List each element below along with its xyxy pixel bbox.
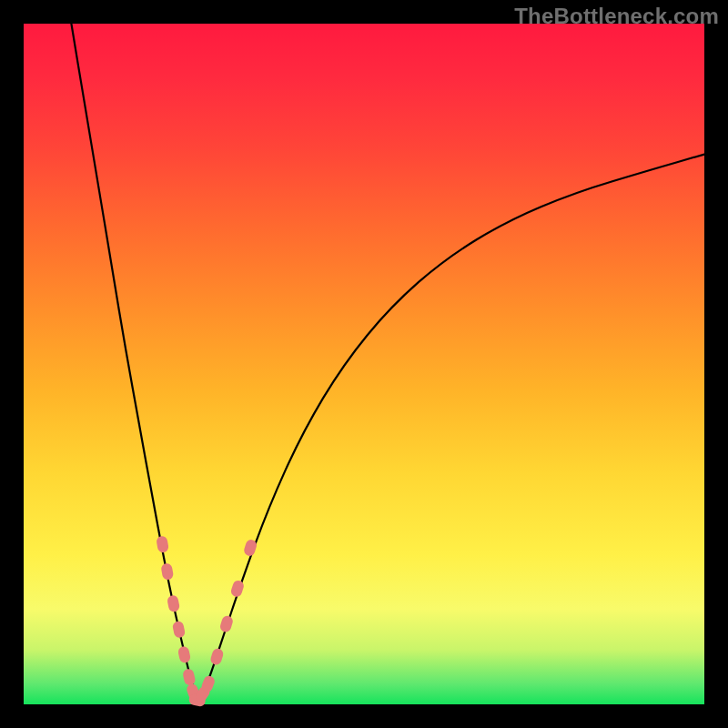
marker-pill (156, 535, 169, 553)
marker-group (156, 535, 258, 707)
marker-pill (177, 645, 192, 663)
curve-right-branch (197, 155, 704, 702)
marker-pill (160, 562, 174, 581)
marker-pill (172, 621, 186, 639)
marker-pill (167, 594, 180, 612)
marker-pill (182, 668, 197, 686)
marker-pill (219, 614, 235, 633)
chart-svg (24, 24, 704, 704)
chart-frame: TheBottleneck.com (0, 0, 728, 728)
plot-area (24, 24, 704, 704)
marker-pill (209, 647, 225, 666)
curve-left-branch (71, 24, 197, 701)
marker-pill (229, 579, 245, 598)
